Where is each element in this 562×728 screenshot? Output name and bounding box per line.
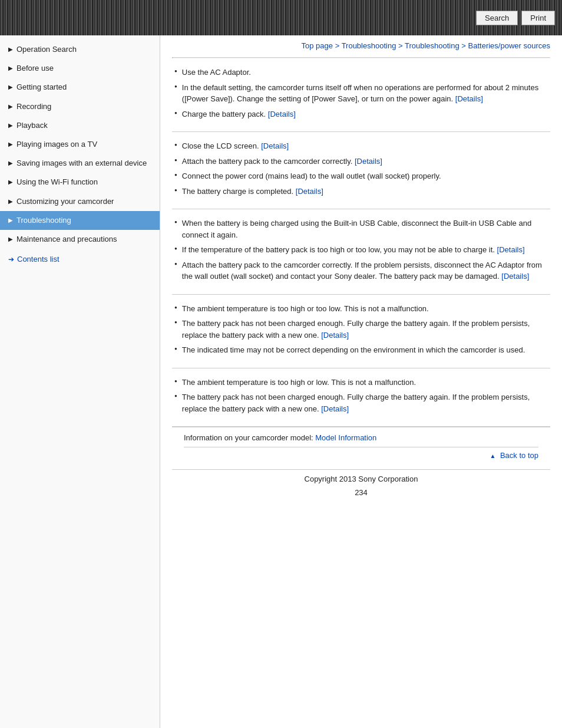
sidebar-item-6[interactable]: ▶Saving images with an external device: [0, 154, 160, 173]
list-item: ●Close the LCD screen. [Details]: [174, 140, 550, 152]
sidebar-item-7[interactable]: ▶Using the Wi-Fi function: [0, 173, 160, 192]
details-link[interactable]: [Details]: [268, 110, 296, 118]
contents-list-label: Contents list: [17, 255, 59, 263]
sidebar-item-label: Customizing your camcorder: [16, 196, 114, 207]
bullet-icon: ●: [174, 187, 177, 194]
search-button[interactable]: Search: [476, 11, 518, 25]
breadcrumb-item-1[interactable]: Troubleshooting: [342, 41, 396, 50]
sidebar: ▶Operation Search▶Before use▶Getting sta…: [0, 35, 160, 728]
bullet-icon: ●: [174, 261, 177, 268]
sidebar-item-2[interactable]: ▶Getting started: [0, 78, 160, 97]
list-item: ●If the temperature of the battery pack …: [174, 244, 550, 256]
sidebar-arrow-icon: ▶: [8, 178, 13, 186]
list-item: ●Attach the battery pack to the camcorde…: [174, 156, 550, 167]
sidebar-arrow-icon: ▶: [8, 216, 13, 225]
breadcrumb-content: Top page > Troubleshooting > Troubleshoo…: [302, 41, 550, 50]
details-link[interactable]: [Details]: [321, 331, 349, 340]
sidebar-item-4[interactable]: ▶Playback: [0, 116, 160, 135]
back-to-top-label: Back to top: [500, 451, 538, 460]
list-item-text: The battery pack has not been charged en…: [182, 318, 550, 341]
section-list-2: ●When the battery is being charged using…: [172, 218, 550, 282]
copyright-text: Copyright 2013 Sony Corporation: [305, 475, 418, 483]
list-item: ●The battery pack has not been charged e…: [174, 318, 550, 341]
page-number: 234: [172, 486, 550, 499]
breadcrumb-item-0[interactable]: Top page: [302, 41, 333, 50]
sidebar-item-8[interactable]: ▶Customizing your camcorder: [0, 192, 160, 211]
arrow-right-icon: ➔: [8, 255, 14, 263]
bullet-icon: ●: [174, 304, 177, 311]
sidebar-item-label: Before use: [16, 63, 54, 74]
sidebar-item-0[interactable]: ▶Operation Search: [0, 40, 160, 59]
list-item: ●The battery pack has not been charged e…: [174, 391, 550, 414]
bullet-icon: ●: [174, 345, 177, 353]
list-item: ●In the default setting, the camcorder t…: [174, 82, 550, 105]
sidebar-arrow-icon: ▶: [8, 45, 13, 54]
list-item: ●Charge the battery pack. [Details]: [174, 108, 550, 120]
model-info-link[interactable]: Model Information: [315, 433, 376, 442]
triangle-icon: ▲: [490, 453, 495, 459]
sidebar-item-9[interactable]: ▶Troubleshooting: [0, 211, 160, 230]
breadcrumb-separator: >: [396, 41, 405, 50]
back-to-top[interactable]: ▲ Back to top: [184, 447, 538, 463]
details-link[interactable]: [Details]: [455, 94, 483, 103]
sidebar-item-3[interactable]: ▶Recording: [0, 97, 160, 116]
list-item-text: Attach the battery pack to the camcorder…: [182, 259, 550, 282]
section-list-1: ●Close the LCD screen. [Details]●Attach …: [172, 140, 550, 197]
breadcrumb-separator: >: [333, 41, 342, 50]
list-item: ●Attach the battery pack to the camcorde…: [174, 259, 550, 282]
section-list-3: ●The ambient temperature is too high or …: [172, 303, 550, 356]
bullet-icon: ●: [174, 141, 177, 149]
details-link[interactable]: [Details]: [261, 141, 289, 150]
sidebar-item-1[interactable]: ▶Before use: [0, 59, 160, 78]
footer: Information on your camcorder model: Mod…: [172, 427, 550, 469]
list-item: ●The ambient temperature is too high or …: [174, 377, 550, 388]
bullet-icon: ●: [174, 83, 177, 90]
sidebar-item-label: Troubleshooting: [16, 215, 71, 226]
list-item-text: When the battery is being charged using …: [182, 218, 550, 241]
list-item-text: Attach the battery pack to the camcorder…: [182, 156, 550, 167]
header: Search Print: [0, 0, 562, 35]
list-item-text: In the default setting, the camcorder tu…: [182, 82, 550, 105]
list-item: ●When the battery is being charged using…: [174, 218, 550, 241]
breadcrumb-item-3[interactable]: Batteries/power sources: [468, 41, 550, 50]
print-button[interactable]: Print: [521, 11, 555, 25]
sidebar-item-label: Using the Wi-Fi function: [16, 177, 98, 187]
sections-container: ●Use the AC Adaptor.●In the default sett…: [172, 58, 550, 427]
details-link[interactable]: [Details]: [296, 187, 323, 196]
sidebar-arrow-icon: ▶: [8, 121, 13, 130]
sidebar-arrow-icon: ▶: [8, 140, 13, 149]
sidebar-item-5[interactable]: ▶Playing images on a TV: [0, 135, 160, 154]
main-content: Top page > Troubleshooting > Troubleshoo…: [160, 35, 562, 728]
list-item-text: The indicated time may not be correct de…: [182, 344, 550, 356]
list-item-text: Use the AC Adaptor.: [182, 67, 550, 78]
breadcrumb-separator: >: [459, 41, 468, 50]
sidebar-item-label: Maintenance and precautions: [16, 234, 117, 245]
sidebar-arrow-icon: ▶: [8, 197, 13, 206]
details-link[interactable]: [Details]: [497, 245, 525, 254]
list-item: ●Connect the power cord (mains lead) to …: [174, 170, 550, 182]
list-item-text: If the temperature of the battery pack i…: [182, 244, 550, 256]
bullet-icon: ●: [174, 172, 177, 179]
list-item: ●The ambient temperature is too high or …: [174, 303, 550, 315]
sidebar-arrow-icon: ▶: [8, 64, 13, 73]
section-list-0: ●Use the AC Adaptor.●In the default sett…: [172, 67, 550, 120]
bullet-icon: ●: [174, 110, 177, 117]
details-link[interactable]: [Details]: [355, 157, 382, 166]
sidebar-arrow-icon: ▶: [8, 159, 13, 167]
bullet-icon: ●: [174, 157, 177, 164]
details-link[interactable]: [Details]: [501, 272, 529, 281]
contents-list-link[interactable]: ➔ Contents list: [0, 249, 160, 269]
list-item-text: The battery pack has not been charged en…: [182, 391, 550, 414]
model-info: Information on your camcorder model: Mod…: [184, 433, 538, 442]
breadcrumb-item-2[interactable]: Troubleshooting: [405, 41, 459, 50]
sidebar-item-10[interactable]: ▶Maintenance and precautions: [0, 230, 160, 249]
list-item-text: Close the LCD screen. [Details]: [182, 140, 550, 152]
section-0: ●Use the AC Adaptor.●In the default sett…: [172, 58, 550, 132]
breadcrumb: Top page > Troubleshooting > Troubleshoo…: [172, 35, 550, 57]
bullet-icon: ●: [174, 319, 177, 326]
sidebar-arrow-icon: ▶: [8, 235, 13, 243]
sidebar-item-label: Recording: [16, 101, 51, 112]
page-number-value: 234: [355, 488, 368, 497]
bullet-icon: ●: [174, 219, 177, 226]
details-link[interactable]: [Details]: [321, 404, 349, 413]
